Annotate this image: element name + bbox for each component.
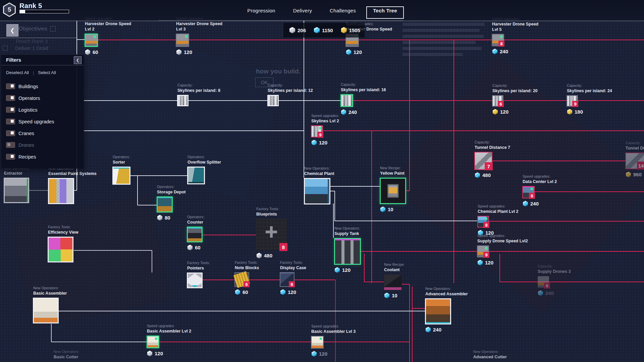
rank-requirement-badge: 6 <box>244 281 250 287</box>
toggle-on-icon[interactable] <box>6 83 15 89</box>
display-case-icon[interactable]: 8 <box>280 272 294 287</box>
cost-value: 180 <box>575 109 583 115</box>
node-category: Speed upgrades: <box>478 204 519 209</box>
tab-challenges[interactable]: Challenges <box>330 8 356 13</box>
skylines-per-island-16-icon[interactable] <box>340 94 353 107</box>
node-storage-depot: Operators:Storage Depot80 <box>157 196 173 213</box>
upgrade-corner-icon <box>185 35 187 38</box>
select-all-link[interactable]: Select All <box>38 70 56 75</box>
resource-yellow: 1505 <box>341 27 360 34</box>
node-tunnel-distance-7: Capacity:Tunnel Distance 77480 <box>474 152 492 170</box>
node-cost: 120 <box>280 289 296 295</box>
yellow-paint-icon[interactable] <box>380 178 406 204</box>
node-name: Counter <box>187 220 205 225</box>
node-blueprints: Factory Tools:Blueprints8480 <box>256 219 287 250</box>
node-category: New Recipe: <box>384 262 405 267</box>
node-art <box>335 239 360 264</box>
upgrade-corner-icon <box>531 188 533 190</box>
blueprints-icon[interactable]: 8 <box>256 219 287 250</box>
supply-tank-icon[interactable] <box>334 238 361 265</box>
rank-requirement-badge: 9 <box>317 132 323 138</box>
rank-requirement-badge: 9 <box>483 252 489 258</box>
cost-value: 240 <box>545 290 554 296</box>
data-center-lvl2-icon[interactable]: 6 <box>522 186 535 198</box>
node-name: Tunnel Distance 7 <box>475 145 510 150</box>
node-category: Factory Tools: <box>280 260 306 265</box>
skylines-per-island-12-icon[interactable] <box>267 95 279 106</box>
chemical-plant-lvl2-icon[interactable]: 8 <box>477 216 489 228</box>
chemical-plant-icon[interactable] <box>304 178 330 204</box>
deselect-all-link[interactable]: Deselect All <box>6 70 29 75</box>
toggle-off-icon[interactable] <box>6 142 15 148</box>
back-button[interactable]: ❮ <box>6 24 18 37</box>
tunnel-distance-far-icon[interactable]: 14 <box>625 153 644 169</box>
node-labels: Capacity:Skylines per island: 20 <box>492 83 538 94</box>
node-advanced-cutter: New Operators:Advanced Cutter <box>473 350 507 360</box>
filter-item-operators[interactable]: Operators <box>6 95 40 101</box>
node-cost: 240 <box>538 290 554 296</box>
supply-drones-3-icon[interactable]: 6 <box>537 276 549 288</box>
white-cube-icon <box>157 215 162 221</box>
cost-value: 120 <box>319 351 327 357</box>
skylines-per-island-24-icon[interactable]: 9 <box>567 95 578 107</box>
toggle-on-icon[interactable] <box>6 154 15 160</box>
filter-item-speed-upgrades[interactable]: Speed upgrades <box>6 119 54 124</box>
essential-paint-systems-icon[interactable] <box>48 178 74 204</box>
blue-cube-icon <box>335 267 340 273</box>
tab-delivery[interactable]: Delivery <box>293 8 312 13</box>
toggle-on-icon[interactable] <box>6 95 15 101</box>
node-chemical-plant-lvl2: Speed upgrades:Chemical Plant Lvl 28120 <box>477 216 489 228</box>
harvester-drone-speed-lvl2-icon[interactable] <box>85 34 98 47</box>
note-blocks-icon[interactable]: 6 <box>234 272 249 287</box>
basic-assembler-lvl3-icon[interactable] <box>311 336 324 349</box>
rank-title: Rank 5 <box>19 2 42 10</box>
toggle-on-icon[interactable] <box>6 119 15 124</box>
sorter-icon[interactable] <box>112 167 130 185</box>
toggle-on-icon[interactable] <box>6 107 15 113</box>
toggle-on-icon[interactable] <box>6 130 15 136</box>
cost-value: 120 <box>155 351 163 356</box>
node-cost: 480 <box>257 253 272 258</box>
node-cost: 120 <box>312 140 327 145</box>
white-cube-icon <box>289 27 295 34</box>
node-name: Pointers <box>187 265 210 271</box>
node-category: Capacity: <box>475 140 510 145</box>
rank-requirement-badge: 8 <box>498 41 504 47</box>
tab-progression[interactable]: Progression <box>247 8 275 13</box>
node-category: Factory Tools: <box>256 207 279 212</box>
resource-bar: 20611501505 <box>283 23 365 38</box>
filter-item-recipes[interactable]: Recipes <box>6 154 36 160</box>
basic-assembler-icon[interactable] <box>33 298 59 323</box>
node-name: Basic Assembler Lvl 2 <box>147 328 191 334</box>
rank-progress-fill <box>20 10 25 13</box>
skylines-per-island-8-icon[interactable] <box>177 95 189 106</box>
tunnel-distance-7-icon[interactable]: 7 <box>474 152 492 170</box>
storage-depot-icon[interactable] <box>157 196 173 213</box>
skylines-per-island-20-icon[interactable]: 6 <box>492 95 503 107</box>
filter-item-cranes[interactable]: Cranes <box>6 130 34 136</box>
tech-tree-screen: Objectives Reach Rank 3 Deliver 1 Droid … <box>0 0 644 362</box>
tab-tech-tree[interactable]: Tech Tree <box>373 8 397 13</box>
tech-tree-canvas[interactable]: Speed upgrades:Harvester Drone Speed Lvl… <box>0 0 644 362</box>
supply-drone-speed-lvl2-icon[interactable]: 9 <box>477 245 489 257</box>
overflow-splitter-icon[interactable] <box>187 167 205 184</box>
skylines-lvl2-icon[interactable]: 9 <box>311 125 323 137</box>
filter-item-drones[interactable]: Drones <box>6 142 34 148</box>
filter-item-buildings[interactable]: Buildings <box>6 83 38 89</box>
harvester-drone-speed-lvl3-icon[interactable] <box>176 34 189 47</box>
extractor-icon[interactable] <box>4 178 29 203</box>
efficiency-view-icon[interactable] <box>48 237 73 262</box>
node-category: New Operators: <box>54 350 79 354</box>
rank-requirement-badge: 6 <box>529 193 535 199</box>
counter-icon[interactable] <box>187 227 203 242</box>
pointers-icon[interactable] <box>187 273 203 288</box>
collapse-panel-button[interactable]: ❮ <box>74 56 82 64</box>
advanced-assembler-icon[interactable] <box>425 298 451 324</box>
coolant-icon[interactable] <box>384 274 402 290</box>
harvester-drone-speed-lvl5-icon[interactable]: 8 <box>492 34 504 46</box>
cost-value: 240 <box>348 109 357 115</box>
node-category: Capacity: <box>341 82 386 87</box>
filter-item-logistics[interactable]: Logistics <box>6 107 37 113</box>
node-harvester-drone-speed-lvl5: Speed upgrades:Harvester Drone Speed Lvl… <box>492 34 504 46</box>
basic-assembler-lvl2-icon[interactable] <box>147 336 159 348</box>
